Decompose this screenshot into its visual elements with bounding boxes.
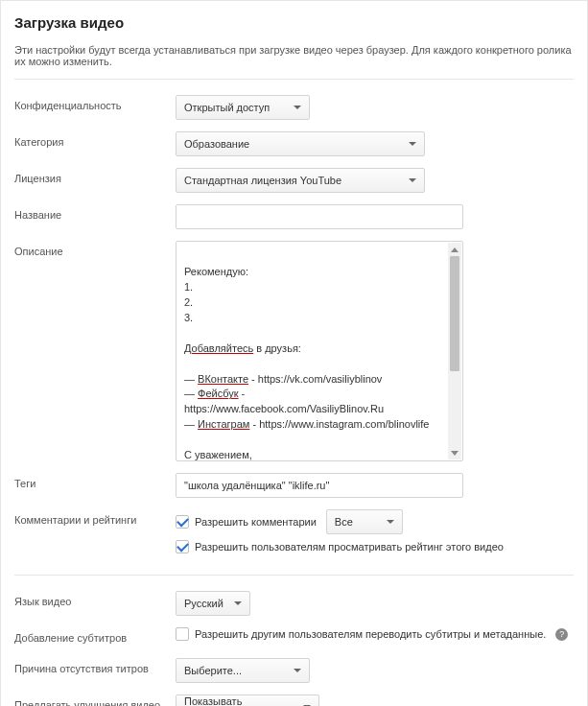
- chevron-down-icon: [294, 106, 301, 109]
- comments-mode-select[interactable]: Все: [326, 509, 403, 534]
- intro-text: Эти настройки будут всегда устанавливать…: [14, 44, 574, 80]
- title-input[interactable]: [176, 204, 463, 229]
- chevron-down-icon: [387, 520, 394, 524]
- label-privacy: Конфиденциальность: [14, 95, 176, 111]
- page-title: Загрузка видео: [14, 14, 574, 31]
- allow-ratings-checkbox[interactable]: [176, 540, 189, 553]
- no-captions-select[interactable]: Выберите...: [176, 658, 310, 683]
- description-textarea[interactable]: Рекомендую: 1. 2. 3. Добавляйтесь в друз…: [176, 241, 463, 461]
- language-select[interactable]: Русский: [176, 591, 250, 616]
- label-comments: Комментарии и рейтинги: [14, 509, 176, 526]
- allow-comments-checkbox[interactable]: [176, 515, 189, 529]
- privacy-value: Открытый доступ: [184, 102, 270, 113]
- scrollbar[interactable]: [448, 243, 461, 459]
- scroll-up-icon[interactable]: [448, 243, 461, 256]
- category-value: Образование: [184, 138, 249, 150]
- label-description: Описание: [14, 241, 176, 257]
- scroll-thumb[interactable]: [450, 256, 459, 371]
- no-captions-value: Выберите...: [184, 665, 242, 676]
- comments-mode-value: Все: [335, 516, 353, 528]
- privacy-select[interactable]: Открытый доступ: [176, 95, 310, 120]
- label-license: Лицензия: [14, 168, 176, 184]
- allow-comments-label: Разрешить комментарии: [195, 516, 317, 528]
- tags-input[interactable]: [176, 473, 463, 498]
- label-subtitles: Добавление субтитров: [14, 627, 176, 644]
- label-tags: Теги: [14, 473, 176, 489]
- label-no-captions: Причина отсутствия титров: [14, 658, 176, 674]
- chevron-down-icon: [409, 178, 416, 182]
- label-title: Название: [14, 204, 176, 221]
- allow-ratings-label: Разрешить пользователям просматривать ре…: [195, 541, 504, 553]
- language-value: Русский: [184, 598, 223, 609]
- suggestions-select[interactable]: Показывать подсказки: [176, 694, 319, 706]
- scroll-down-icon[interactable]: [448, 446, 461, 459]
- chevron-down-icon: [294, 669, 301, 672]
- suggestions-value: Показывать подсказки: [184, 695, 294, 706]
- label-language: Язык видео: [14, 591, 176, 607]
- license-select[interactable]: Стандартная лицензия YouTube: [176, 168, 425, 193]
- license-value: Стандартная лицензия YouTube: [184, 175, 341, 186]
- chevron-down-icon: [234, 601, 242, 605]
- description-content: Рекомендую: 1. 2. 3. Добавляйтесь в друз…: [184, 249, 447, 461]
- label-suggestions: Предлагать улучшения видео: [14, 694, 176, 706]
- chevron-down-icon: [409, 142, 416, 146]
- help-icon[interactable]: ?: [555, 628, 568, 641]
- category-select[interactable]: Образование: [176, 131, 425, 156]
- community-subs-label: Разрешить другим пользователям переводит…: [195, 628, 546, 640]
- community-subs-checkbox[interactable]: [176, 627, 189, 641]
- label-category: Категория: [14, 131, 176, 148]
